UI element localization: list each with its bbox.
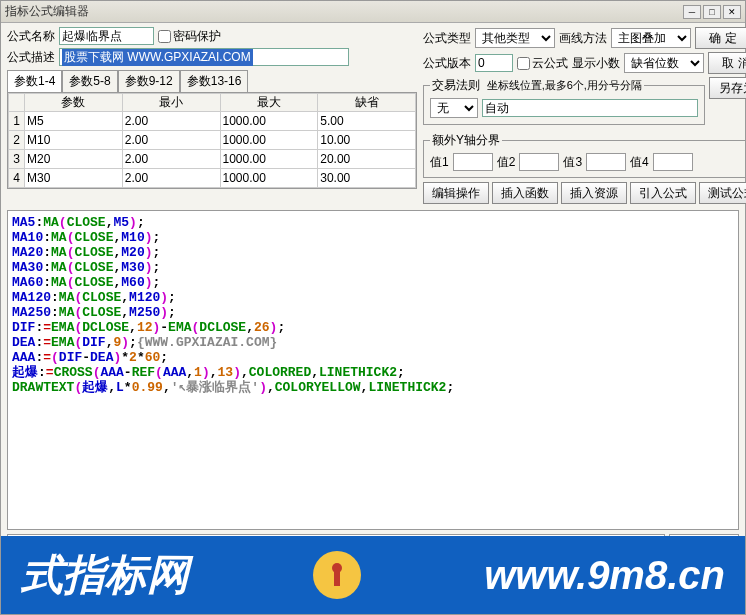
val1-input[interactable] [453,153,493,171]
table-row: 4 [9,169,416,188]
param-max-input[interactable] [221,112,318,130]
import-button[interactable]: 引入公式 [630,182,696,204]
table-row: 3 [9,150,416,169]
extra-axis-legend: 额外Y轴分界 [430,132,502,149]
svg-point-0 [332,563,342,573]
cloud-checkbox[interactable]: 云公式 [517,55,568,72]
param-max-input[interactable] [221,169,318,187]
titlebar: 指标公式编辑器 ─ □ ✕ [1,1,745,23]
table-row: 1 [9,112,416,131]
tab-params-9-12[interactable]: 参数9-12 [118,70,180,92]
cancel-button[interactable]: 取 消 [708,52,746,74]
maximize-icon[interactable]: □ [703,5,721,19]
insert-fn-button[interactable]: 插入函数 [492,182,558,204]
param-name-input[interactable] [25,150,122,168]
banner-right-text: www.9m8.cn [484,553,725,598]
code-editor[interactable]: MA5:MA(CLOSE,M5);MA10:MA(CLOSE,M10);MA20… [7,210,739,530]
banner-logo-icon [313,551,361,599]
name-input[interactable] [59,27,154,45]
ver-label: 公式版本 [423,55,471,72]
test-button[interactable]: 测试公式 [699,182,746,204]
insert-res-button[interactable]: 插入资源 [561,182,627,204]
window-title: 指标公式编辑器 [5,3,89,20]
param-def-input[interactable] [318,150,415,168]
param-table: 参数 最小 最大 缺省 1 2 3 4 [7,92,417,189]
draw-label: 画线方法 [559,30,607,47]
trade-none-select[interactable]: 无 [430,98,478,118]
table-row: 2 [9,131,416,150]
type-select[interactable]: 其他类型 [475,28,555,48]
trade-auto-input[interactable] [482,99,698,117]
minimize-icon[interactable]: ─ [683,5,701,19]
param-name-input[interactable] [25,131,122,149]
param-name-input[interactable] [25,169,122,187]
draw-select[interactable]: 主图叠加 [611,28,691,48]
name-label: 公式名称 [7,28,55,45]
pwd-checkbox[interactable]: 密码保护 [158,28,221,45]
param-min-input[interactable] [123,112,220,130]
banner-left-text: 式指标网 [21,547,189,603]
param-max-input[interactable] [221,131,318,149]
val4-input[interactable] [653,153,693,171]
tab-params-5-8[interactable]: 参数5-8 [62,70,117,92]
tab-params-1-4[interactable]: 参数1-4 [7,70,62,92]
param-max-input[interactable] [221,150,318,168]
val3-input[interactable] [586,153,626,171]
param-min-input[interactable] [123,150,220,168]
tab-params-13-16[interactable]: 参数13-16 [180,70,249,92]
edit-ops-button[interactable]: 编辑操作 [423,182,489,204]
param-def-input[interactable] [318,169,415,187]
param-def-input[interactable] [318,112,415,130]
desc-label: 公式描述 [7,49,55,66]
trade-legend: 交易法则 坐标线位置,最多6个,用分号分隔 [430,77,644,94]
svg-rect-1 [334,572,340,586]
type-label: 公式类型 [423,30,471,47]
saveas-button[interactable]: 另存为 [709,77,746,99]
param-tabs: 参数1-4 参数5-8 参数9-12 参数13-16 [7,70,417,92]
param-name-input[interactable] [25,112,122,130]
editor-window: 指标公式编辑器 ─ □ ✕ 公式名称 密码保护 公式描述 股票下载网 WWW [0,0,746,615]
param-min-input[interactable] [123,131,220,149]
val2-input[interactable] [519,153,559,171]
footer-banner: 式指标网 www.9m8.cn [1,536,745,614]
dec-label: 显示小数 [572,55,620,72]
close-icon[interactable]: ✕ [723,5,741,19]
param-def-input[interactable] [318,131,415,149]
param-min-input[interactable] [123,169,220,187]
ver-input[interactable] [475,54,513,72]
dec-select[interactable]: 缺省位数 [624,53,704,73]
desc-input[interactable]: 股票下载网 WWW.GPXIAZAI.COM [59,48,349,66]
ok-button[interactable]: 确 定 [695,27,746,49]
